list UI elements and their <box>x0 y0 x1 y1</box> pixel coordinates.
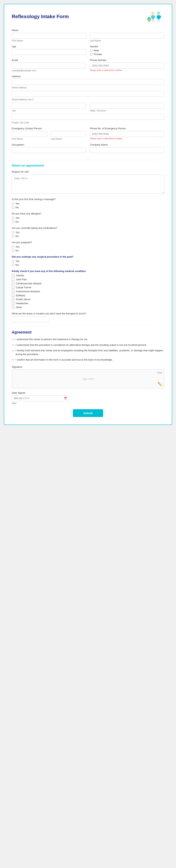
cardiovascular-checkbox[interactable] <box>12 282 14 285</box>
pregnant-no-radio[interactable] <box>12 249 14 252</box>
allergies-yes-radio[interactable] <box>12 217 14 219</box>
condition-autoimmune[interactable]: Autoimmune diseases <box>12 290 164 293</box>
email-input[interactable] <box>12 63 86 68</box>
last-name-field: Last Name <box>90 33 164 42</box>
gender-female-radio[interactable] <box>90 53 92 56</box>
arthritis-checkbox[interactable] <box>12 274 14 277</box>
sciatic-checkbox[interactable] <box>12 298 14 301</box>
state-input[interactable] <box>90 103 164 108</box>
emergency-phone-label: Phone No. of Emergency Person <box>90 127 164 130</box>
medications-yes[interactable]: Yes <box>12 231 164 234</box>
first-massage-yes[interactable]: Yes <box>12 202 164 205</box>
emergency-first-input[interactable] <box>12 131 47 137</box>
medical-conditions-label: Kindly check if you have any of the foll… <box>12 270 164 273</box>
medications-section: Are you currently taking any medications… <box>12 226 164 238</box>
condition-other[interactable]: Other <box>12 306 164 309</box>
condition-arthritis[interactable]: Arthritis <box>12 274 164 277</box>
first-name-sublabel: First Name <box>12 39 86 42</box>
svg-point-15 <box>149 18 151 21</box>
medications-options: Yes No <box>12 231 164 238</box>
condition-cardiovascular[interactable]: Cardiovascular disease <box>12 282 164 285</box>
occupation-company-row: Occupation Company Name <box>12 143 164 156</box>
occupation-label: Occupation <box>12 143 86 146</box>
allergies-yes[interactable]: Yes <box>12 217 164 219</box>
gender-female-label: Female <box>94 53 102 56</box>
medications-no[interactable]: No <box>12 235 164 238</box>
svg-rect-9 <box>154 16 155 18</box>
emergency-row: Emergency Contact Person First Name Last… <box>12 127 164 143</box>
first-massage-yes-radio[interactable] <box>12 202 14 205</box>
svg-point-14 <box>147 18 149 21</box>
gender-male-option[interactable]: Male <box>90 49 164 52</box>
emergency-phone-section: Phone No. of Emergency Person Please ent… <box>90 127 164 140</box>
pregnant-no[interactable]: No <box>12 249 164 252</box>
pregnant-yes-radio[interactable] <box>12 246 14 248</box>
street-input[interactable] <box>12 79 164 85</box>
first-name-input[interactable] <box>12 33 86 39</box>
agreement-item-2: I understand that this procedure is cons… <box>16 343 164 347</box>
occupation-input[interactable] <box>12 147 86 153</box>
svg-rect-11 <box>153 19 154 22</box>
clear-button[interactable]: Clear <box>157 372 162 374</box>
surgical-no-radio[interactable] <box>12 264 14 266</box>
carpal-tunnel-checkbox[interactable] <box>12 286 14 289</box>
headaches-checkbox[interactable] <box>12 302 14 305</box>
first-massage-no-radio[interactable] <box>12 206 14 209</box>
surgical-yes[interactable]: Yes <box>12 260 164 262</box>
condition-epilepsy[interactable]: Epilepsy <box>12 294 164 297</box>
first-massage-no[interactable]: No <box>12 206 164 209</box>
last-name-sublabel: Last Name <box>90 39 164 42</box>
agreement-item-4: I confirm that all information in this f… <box>16 358 164 362</box>
agreement-list: I authorized this center to perform this… <box>12 338 164 362</box>
condition-headaches[interactable]: Headaches <box>12 302 164 305</box>
age-input[interactable] <box>12 49 86 55</box>
emergency-last-input[interactable] <box>51 131 86 137</box>
last-name-input[interactable] <box>90 33 164 39</box>
gender-female-option[interactable]: Female <box>90 53 164 56</box>
epilepsy-checkbox[interactable] <box>12 294 14 297</box>
signature-pad[interactable]: Sign Here ✏️ Clear <box>12 369 164 389</box>
first-massage-section: Is this your first time having a massage… <box>12 198 164 209</box>
pregnant-options: Yes No <box>12 245 164 252</box>
medications-label: Are you currently taking any medications… <box>12 226 164 229</box>
joint-pain-checkbox[interactable] <box>12 278 14 281</box>
address-section: Address Street Address Street Address Li… <box>12 75 164 124</box>
joint-pain-label: Joint Pain <box>16 278 27 281</box>
emergency-phone-input[interactable] <box>90 131 164 137</box>
zip-input[interactable] <box>12 114 164 120</box>
surgical-section: Did you undergo any surgical procedure i… <box>12 255 164 266</box>
allergies-no-radio[interactable] <box>12 220 14 223</box>
submit-button[interactable]: Submit <box>73 409 103 417</box>
gender-male-radio[interactable] <box>90 49 92 52</box>
age-section: Age <box>12 45 86 56</box>
surgical-yes-radio[interactable] <box>12 260 14 262</box>
pregnant-no-label: No <box>16 249 19 252</box>
emergency-last-sublabel: Last Name <box>51 137 86 140</box>
city-field: City <box>12 103 86 112</box>
company-label: Company Name <box>90 143 164 146</box>
reason-textarea[interactable] <box>12 175 164 194</box>
medications-yes-radio[interactable] <box>12 231 14 234</box>
cardiovascular-label: Cardiovascular disease <box>16 282 41 285</box>
company-input[interactable] <box>90 147 164 153</box>
medications-yes-label: Yes <box>16 231 20 234</box>
phone-input[interactable] <box>90 63 164 68</box>
medications-no-radio[interactable] <box>12 235 14 238</box>
touch-areas-input[interactable] <box>12 316 50 322</box>
city-input[interactable] <box>12 103 86 108</box>
street2-input[interactable] <box>12 91 164 97</box>
condition-sciatic[interactable]: Sciatic Nerve <box>12 298 164 301</box>
svg-point-6 <box>151 11 155 15</box>
pregnant-yes[interactable]: Yes <box>12 245 164 248</box>
autoimmune-checkbox[interactable] <box>12 290 14 293</box>
gender-section: Gender Male Female <box>90 45 164 56</box>
allergies-no[interactable]: No <box>12 220 164 223</box>
condition-joint-pain[interactable]: Joint Pain <box>12 278 164 281</box>
medical-conditions-checkboxes: Arthritis Joint Pain Cardiovascular dise… <box>12 274 164 309</box>
illustration-svg <box>147 10 164 23</box>
condition-carpal-tunnel[interactable]: Carpal Tunnel <box>12 286 164 289</box>
date-signed-input[interactable] <box>12 395 68 401</box>
other-checkbox[interactable] <box>12 306 14 309</box>
phone-error: Please enter a valid phone number. <box>90 69 164 71</box>
surgical-no[interactable]: No <box>12 264 164 266</box>
